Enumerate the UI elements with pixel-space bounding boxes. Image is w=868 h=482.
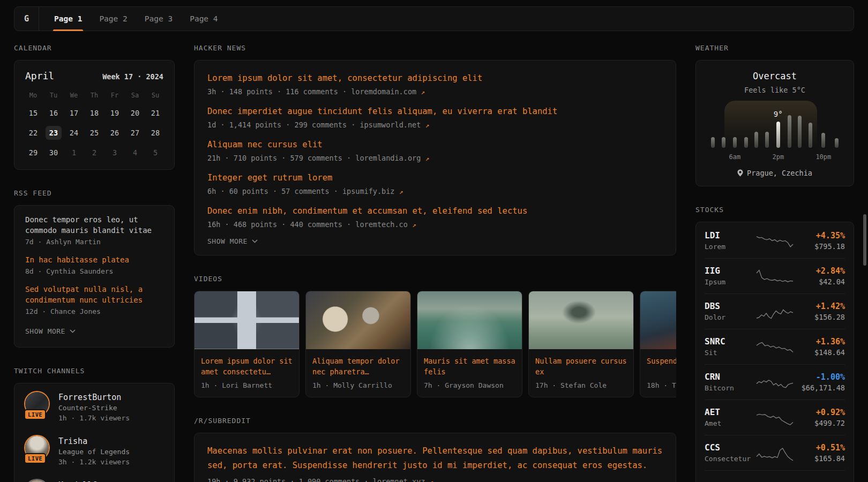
temperature-bar-slot <box>795 102 805 161</box>
video-card[interactable]: Suspendisse diam 18h · Tara <box>640 291 676 397</box>
stock-row[interactable]: DBS Dolor +1.42% $156.28 <box>705 293 845 329</box>
stock-change: +1.42% <box>795 301 845 312</box>
twitch-section-title: TWITCH CHANNELS <box>14 367 175 375</box>
source-link[interactable]: loremtech.co ↗ <box>355 220 416 229</box>
videos-section: VIDEOS Lorem ipsum dolor sit amet consec… <box>194 275 676 397</box>
twitch-channel-row[interactable]: LIVE KendallCarr <box>25 480 163 482</box>
stock-spark-wrap <box>755 478 795 482</box>
channel-avatar: LIVE <box>25 392 49 416</box>
weather-feels-like: Feels like 5°C <box>705 85 845 95</box>
source-link[interactable]: ipsumify.biz ↗ <box>342 187 403 195</box>
weather-section-title: WEATHER <box>695 44 854 52</box>
rss-show-more-button[interactable]: SHOW MORE <box>25 324 76 341</box>
hackernews-show-more-button[interactable]: SHOW MORE <box>207 230 258 246</box>
rss-item-title[interactable]: Donec tempor eros leo, ut commodo mauris… <box>25 214 163 236</box>
temperature-bar-slot <box>784 102 795 161</box>
rss-item-title[interactable]: Sed volutpat nulla nisl, a condimentum n… <box>25 284 163 305</box>
page-scrollbar[interactable] <box>863 214 866 266</box>
calendar-day: 17 <box>66 106 82 120</box>
weather-condition: Overcast <box>705 70 845 82</box>
story-title[interactable]: Integer eget rutrum lorem <box>207 172 663 184</box>
external-link-icon: ↗ <box>430 478 434 482</box>
stock-name: Sit <box>705 348 755 357</box>
channel-viewers: 3h · 1.2k viewers <box>58 457 130 467</box>
stock-sparkline <box>756 338 794 356</box>
page-tab[interactable]: Page 4 <box>183 7 224 31</box>
temperature-bar-slot <box>831 102 842 161</box>
story-title[interactable]: Lorem ipsum dolor sit amet, consectetur … <box>207 72 663 84</box>
weather-location: Prague, Czechia <box>705 169 845 177</box>
calendar-day: 5 <box>147 146 163 160</box>
story-title[interactable]: Donec imperdiet augue tincidunt felis al… <box>207 106 663 117</box>
twitch-channel-row[interactable]: LIVE Trisha League of Legends 3h · 1.2k … <box>25 436 163 467</box>
right-column: WEATHER Overcast Feels like 5°C <box>695 44 854 482</box>
stock-price: $499.72 <box>795 419 845 428</box>
day-of-week-label: Tu <box>43 91 64 100</box>
story-stats: 1d · 1,414 points · 299 comments · <box>207 120 360 129</box>
temperature-bars: 6am <box>708 102 842 161</box>
stock-price: $66,171.48 <box>795 383 845 393</box>
stock-row[interactable]: AET Amet +0.92% $499.72 <box>705 400 845 435</box>
twitch-widget: LIVE ForrestBurton Counter-Strike 1h · 1… <box>14 383 175 482</box>
temperature-bar-slot <box>719 102 729 161</box>
stock-spark-wrap <box>755 303 795 321</box>
page-tab[interactable]: Page 2 <box>93 7 133 31</box>
temperature-bar-slot <box>740 102 751 161</box>
temperature-bar <box>744 137 748 148</box>
source-link[interactable]: ipsumworld.net ↗ <box>360 120 429 129</box>
video-card[interactable]: Aliquam tempor dolor nec pharetra… 1h · … <box>305 291 411 397</box>
day-of-week-label: We <box>64 91 84 100</box>
videos-section-title: VIDEOS <box>194 275 676 283</box>
twitch-channel-row[interactable]: LIVE ForrestBurton Counter-Strike 1h · 1… <box>25 392 163 423</box>
stock-change: +4.35% <box>795 230 845 241</box>
video-title: Nullam posuere cursus ex <box>535 356 627 377</box>
stock-name: Lorem <box>705 242 755 251</box>
calendar-days: 1516171819202122232425262728293012345 <box>23 106 166 160</box>
rss-item-title[interactable]: In hac habitasse platea <box>25 254 163 265</box>
story-stats: 6h · 60 points · 57 comments · <box>207 187 342 195</box>
stock-change: -1.00% <box>795 372 845 382</box>
stock-row[interactable]: IIG Ipsum +2.84% $42.04 <box>705 258 845 293</box>
source-link[interactable]: loremnet.xyz ↗ <box>373 477 433 482</box>
stock-row[interactable]: AHS +0.46% <box>705 470 845 482</box>
story-meta: 1d · 1,414 points · 299 comments · ipsum… <box>207 120 663 130</box>
stock-row[interactable]: CRN Bitcorn -1.00% $66,171.48 <box>705 364 845 400</box>
stock-change: +0.92% <box>795 407 845 418</box>
hackernews-list: Lorem ipsum dolor sit amet, consectetur … <box>207 72 663 230</box>
calendar-day: 4 <box>127 146 143 160</box>
video-card[interactable]: Nullam posuere cursus ex 17h · Stefan Co… <box>528 291 634 397</box>
temperature-bar-slot: 10pm <box>815 102 831 161</box>
stock-price: $156.28 <box>795 313 845 322</box>
story-title[interactable]: Aliquam nec cursus elit <box>207 139 663 150</box>
stock-identity: SNRC Sit <box>705 336 755 357</box>
channel-name: ForrestBurton <box>58 392 130 403</box>
stock-symbol: CCS <box>705 442 755 453</box>
calendar-section-title: CALENDAR <box>14 44 175 52</box>
source-link[interactable]: loremlandia.org ↗ <box>355 154 429 162</box>
channel-info: Trisha League of Legends 3h · 1.2k viewe… <box>58 436 130 467</box>
middle-column: HACKER NEWS Lorem ipsum dolor sit amet, … <box>194 44 676 482</box>
day-of-week-label: Mo <box>23 91 43 100</box>
stock-row[interactable]: SNRC Sit +1.36% $148.64 <box>705 329 845 364</box>
video-card[interactable]: Mauris sit amet massa felis 7h · Grayson… <box>417 291 522 397</box>
video-title: Suspendisse diam <box>647 356 676 377</box>
hour-tick-label: 6am <box>729 153 741 161</box>
source-domain: ipsumify.biz <box>342 187 395 195</box>
temperature-bar <box>754 132 758 148</box>
hourly-temperature-chart: 6am <box>705 102 845 161</box>
stock-row[interactable]: LDI Lorem +4.35% $795.18 <box>705 223 845 258</box>
calendar-day: 30 <box>46 146 62 160</box>
channel-name: Trisha <box>58 436 130 447</box>
video-card[interactable]: Lorem ipsum dolor sit amet consectetu… 1… <box>194 291 300 397</box>
app-logo[interactable]: G <box>14 7 39 31</box>
live-badge: LIVE <box>24 453 46 464</box>
stock-row[interactable]: CCS Consectetur +0.51% $165.84 <box>705 435 845 470</box>
page-tab[interactable]: Page 1 <box>48 7 88 31</box>
page-tab[interactable]: Page 3 <box>138 7 179 31</box>
stock-sparkline <box>756 303 794 321</box>
story-title[interactable]: Donec enim nibh, condimentum et accumsan… <box>207 205 663 217</box>
source-link[interactable]: loremdomain.com ↗ <box>351 87 425 96</box>
post-title[interactable]: Maecenas mollis pulvinar erat non posuer… <box>207 444 663 473</box>
channel-game: League of Legends <box>58 447 130 457</box>
calendar-day: 25 <box>86 126 102 140</box>
